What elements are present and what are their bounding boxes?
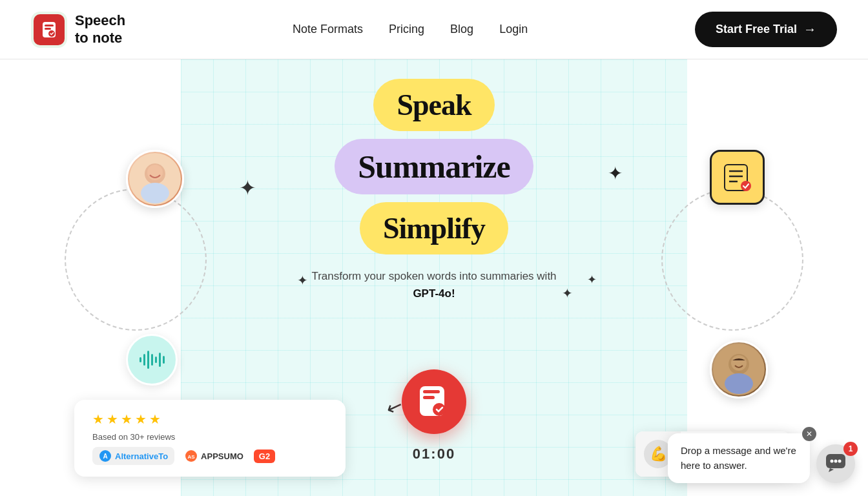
- stars-row: ★ ★ ★ ★ ★: [92, 411, 327, 427]
- sound-wave-bars: [140, 351, 165, 369]
- g2-logo: G2: [254, 450, 275, 463]
- appsumo-icon: AS: [185, 450, 198, 462]
- logo-icon-inner: [34, 14, 65, 45]
- svg-rect-19: [423, 396, 435, 399]
- svg-rect-2: [45, 28, 51, 30]
- review-badge: ★ ★ ★ ★ ★ Based on 30+ reviews A Alterna…: [74, 400, 346, 477]
- chat-message: Drop a message and we're here to answer.: [668, 433, 810, 483]
- note-svg: [721, 161, 754, 194]
- nav-note-formats[interactable]: Note Formats: [293, 23, 363, 36]
- subtext-part1: Transform your spoken words into summari…: [311, 270, 556, 282]
- appsumo-logo: AS APPSUMO: [185, 450, 243, 462]
- logo-svg: [39, 19, 59, 40]
- wave-bar-4: [151, 354, 153, 366]
- appsumo-label: APPSUMO: [201, 451, 243, 461]
- wave-bar-5: [155, 356, 157, 363]
- svg-rect-18: [423, 390, 440, 393]
- star-1: ★: [92, 411, 104, 427]
- logo-text: Speech to note: [75, 12, 125, 46]
- logo-speech: Speech: [75, 12, 125, 29]
- headline-summarize: Summarize: [335, 139, 533, 194]
- svg-point-28: [831, 460, 834, 463]
- svg-point-20: [433, 403, 446, 416]
- deco-circle-right: [661, 189, 803, 331]
- wave-bar-1: [140, 357, 141, 362]
- logo-note: to note: [75, 30, 125, 46]
- svg-point-11: [731, 355, 747, 371]
- headline-area: Speak Summarize Simplify Transform your …: [253, 79, 615, 302]
- headline-speak: Speak: [373, 79, 494, 131]
- chat-bubble-container: ✕ Drop a message and we're here to answe…: [668, 433, 810, 483]
- arrow-icon: →: [803, 22, 816, 37]
- badge-logos: A AlternativeTo AS APPSUMO G2: [92, 447, 327, 465]
- logo-icon: [31, 12, 67, 48]
- man-face-svg: [713, 344, 765, 395]
- svg-rect-1: [45, 25, 54, 26]
- wave-bar-7: [163, 356, 165, 364]
- alternativeto-icon: A: [99, 450, 112, 462]
- svg-text:A: A: [103, 453, 107, 460]
- star-2: ★: [107, 411, 118, 427]
- avatar-man: [710, 340, 768, 398]
- chat-widget: ✕ Drop a message and we're here to answe…: [668, 433, 855, 483]
- star-4: ★: [135, 411, 147, 427]
- svg-point-10: [725, 373, 753, 394]
- svg-point-29: [834, 460, 838, 463]
- svg-point-16: [741, 181, 751, 191]
- hero-subtext: Transform your spoken words into summari…: [311, 267, 556, 302]
- alternativeto-label: AlternativeTo: [115, 451, 168, 461]
- cta-label: Start Free Trial: [716, 23, 797, 36]
- nav-blog[interactable]: Blog: [450, 23, 473, 36]
- svg-text:AS: AS: [188, 454, 196, 460]
- deco-circle-left: [65, 189, 207, 331]
- timer-display: 01:00: [413, 446, 455, 462]
- hero-section: ✦ ✦ ✦ ✦ ✦ ✦: [0, 59, 868, 496]
- svg-point-30: [838, 460, 842, 463]
- note-icon: [710, 150, 765, 205]
- chat-icon: [825, 453, 847, 475]
- g2-label: G2: [259, 451, 270, 461]
- chat-open-button[interactable]: 1: [816, 444, 855, 483]
- avatar-woman: [126, 150, 184, 208]
- sound-wave-circle: [126, 334, 178, 386]
- review-text: Based on 30+ reviews: [92, 432, 327, 442]
- woman-face-svg: [129, 153, 181, 205]
- star-3: ★: [121, 411, 132, 427]
- alternativeto-logo: A AlternativeTo: [92, 447, 174, 465]
- wave-bar-2: [143, 354, 145, 366]
- svg-text:💪: 💪: [650, 445, 668, 462]
- nav: Note Formats Pricing Blog Login: [293, 23, 528, 36]
- app-icon-svg: [415, 382, 453, 421]
- headline-simplify: Simplify: [360, 202, 508, 254]
- logo[interactable]: Speech to note: [31, 12, 125, 48]
- app-icon-main[interactable]: [402, 369, 466, 434]
- chat-notification-badge: 1: [843, 442, 858, 456]
- close-chat-button[interactable]: ✕: [802, 427, 816, 441]
- subtext-gpt: GPT-4o!: [413, 287, 455, 300]
- svg-point-6: [141, 183, 169, 203]
- header: Speech to note Note Formats Pricing Blog…: [0, 0, 868, 59]
- star-5: ★: [149, 411, 161, 427]
- nav-login[interactable]: Login: [499, 23, 528, 36]
- wave-bar-6: [159, 353, 161, 367]
- start-free-trial-button[interactable]: Start Free Trial →: [695, 12, 837, 47]
- nav-pricing[interactable]: Pricing: [389, 23, 424, 36]
- wave-bar-3: [147, 351, 149, 369]
